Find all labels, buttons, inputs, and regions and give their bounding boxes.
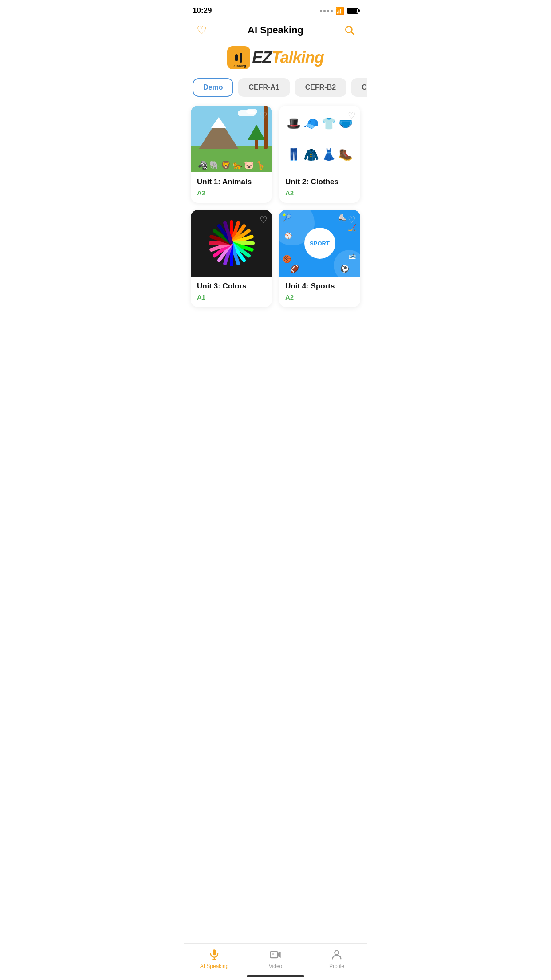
filter-tab-cefr-a1[interactable]: CEFR-A1: [238, 78, 290, 97]
status-icons: 📶: [320, 7, 358, 15]
card-unit1-favorite[interactable]: ♡: [260, 110, 268, 121]
card-unit3-favorite[interactable]: ♡: [260, 214, 268, 225]
sports-label: SPORT: [304, 228, 335, 259]
status-bar: 10:29 📶: [184, 0, 367, 20]
page-title: AI Speaking: [248, 24, 303, 36]
search-button[interactable]: [342, 23, 357, 37]
logo-area: EZTalking EZTalking: [184, 44, 367, 78]
card-unit1-image: 🦓 🐘 🦁 🐆 🐷 🦒 ♡: [191, 106, 272, 172]
favorites-button[interactable]: ♡: [194, 23, 209, 37]
wifi-icon: 📶: [335, 7, 344, 15]
cards-grid: 🦓 🐘 🦁 🐆 🐷 🦒 ♡ Unit 1: Animals A2 🎩 🧢 👕: [184, 106, 367, 352]
card-unit4-favorite[interactable]: ♡: [348, 214, 356, 225]
card-unit4[interactable]: 🎾 ⛸️ 🏒 🏀 🏈 ⚽ ⚾ 🎿 SPORT ♡ Unit 4: Sports …: [279, 210, 360, 307]
logo-badge: EZTalking: [227, 46, 250, 69]
card-unit1-level: A2: [197, 189, 266, 197]
filter-tabs: Demo CEFR-A1 CEFR-B2 CEFR-A2: [184, 78, 367, 106]
card-unit1-title: Unit 1: Animals: [197, 178, 266, 186]
signal-icon: [320, 10, 333, 12]
card-unit4-title: Unit 4: Sports: [285, 282, 354, 291]
filter-tab-demo[interactable]: Demo: [193, 78, 233, 97]
battery-icon: [347, 8, 358, 14]
filter-tab-cefr-a2[interactable]: CEFR-A2: [351, 78, 367, 97]
status-time: 10:29: [193, 6, 212, 15]
card-unit1[interactable]: 🦓 🐘 🦁 🐆 🐷 🦒 ♡ Unit 1: Animals A2: [191, 106, 272, 203]
logo-text: EZTalking: [252, 48, 324, 67]
heart-icon: ♡: [197, 24, 207, 36]
search-icon: [344, 24, 355, 36]
header: ♡ AI Speaking: [184, 20, 367, 44]
card-unit3-level: A1: [197, 293, 266, 301]
card-unit4-level: A2: [285, 293, 354, 301]
filter-tab-cefr-b2[interactable]: CEFR-B2: [295, 78, 346, 97]
card-unit2-image: 🎩 🧢 👕 🩲 👖 🧥 👗 🥾 ♡: [279, 106, 360, 172]
card-unit3[interactable]: ♡ Unit 3: Colors A1: [191, 210, 272, 307]
card-unit2-title: Unit 2: Clothes: [285, 178, 354, 186]
card-unit3-image: ♡: [191, 210, 272, 277]
card-unit4-image: 🎾 ⛸️ 🏒 🏀 🏈 ⚽ ⚾ 🎿 SPORT ♡: [279, 210, 360, 277]
card-unit3-title: Unit 3: Colors: [197, 282, 266, 291]
svg-line-1: [351, 32, 354, 35]
card-unit2-favorite[interactable]: ♡: [348, 110, 356, 121]
card-unit2[interactable]: 🎩 🧢 👕 🩲 👖 🧥 👗 🥾 ♡ Unit 2: Clothes A2: [279, 106, 360, 203]
card-unit2-level: A2: [285, 189, 354, 197]
